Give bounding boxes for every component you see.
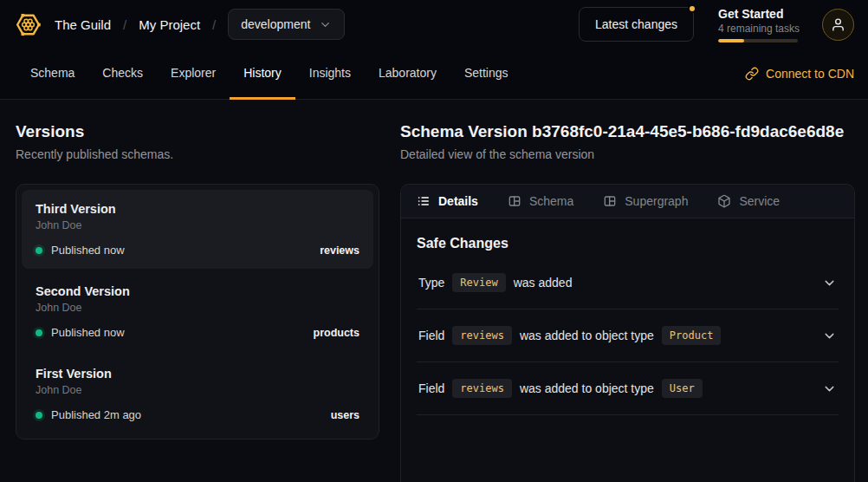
change-prefix: Type	[418, 276, 444, 290]
chevron-down-icon	[822, 276, 837, 290]
detail-tabbar: Details Schema Supergraph	[401, 185, 854, 218]
target-selector-value: development	[241, 17, 310, 31]
columns-icon	[603, 194, 617, 208]
versions-subtitle: Recently published schemas.	[16, 147, 379, 161]
content-area: Versions Recently published schemas. Thi…	[0, 100, 868, 482]
schema-version-detail-panel: Details Schema Supergraph	[400, 184, 855, 482]
change-row[interactable]: Type Review was added	[417, 257, 839, 309]
version-service-name: reviews	[320, 244, 360, 257]
version-status: Published 2m ago	[51, 408, 141, 421]
version-name: Third Version	[36, 202, 360, 216]
change-prefix: Field	[418, 381, 444, 395]
get-started-widget[interactable]: Get Started 4 remaining tasks	[718, 7, 798, 42]
top-header: The Guild / My Project / development Lat…	[0, 0, 868, 49]
published-status-dot	[36, 329, 42, 336]
tab-settings[interactable]: Settings	[450, 49, 522, 100]
tab-schema[interactable]: Schema	[16, 49, 88, 100]
latest-changes-label: Latest changes	[595, 17, 677, 31]
versions-title: Versions	[16, 122, 379, 141]
notification-dot	[688, 4, 696, 13]
latest-changes-button[interactable]: Latest changes	[579, 7, 694, 42]
version-name: First Version	[36, 367, 360, 381]
breadcrumb-separator: /	[212, 17, 216, 32]
change-code-badge: reviews	[452, 326, 512, 345]
hive-logo-icon[interactable]	[14, 10, 42, 39]
version-author: John Doe	[36, 384, 360, 396]
columns-icon	[508, 194, 521, 208]
change-code-badge: User	[662, 379, 703, 398]
version-status: Published now	[51, 326, 125, 339]
version-author: John Doe	[36, 302, 360, 314]
tab-laboratory[interactable]: Laboratory	[365, 49, 450, 100]
tab-schema-view-label: Schema	[529, 194, 573, 208]
version-author: John Doe	[36, 219, 360, 231]
tab-service-label: Service	[739, 194, 780, 208]
target-selector[interactable]: development	[228, 9, 345, 40]
user-icon	[831, 17, 845, 32]
get-started-progressbar	[718, 39, 798, 42]
version-list-item[interactable]: First Version John Doe Published 2m ago …	[22, 355, 373, 433]
schema-version-section: Schema Version b3768fc0-21a4-45e5-b686-f…	[400, 122, 855, 482]
change-prefix: Field	[418, 329, 444, 342]
version-name: Second Version	[36, 284, 360, 298]
versions-list: Third Version John Doe Published now rev…	[16, 184, 379, 440]
change-code-badge: reviews	[452, 379, 512, 398]
change-text: was added to object type	[520, 329, 654, 342]
change-code-badge: Product	[662, 326, 722, 345]
tab-history[interactable]: History	[230, 49, 295, 100]
schema-version-title: Schema Version b3768fc0-21a4-45e5-b686-f…	[400, 122, 855, 141]
breadcrumb-separator: /	[123, 17, 126, 32]
published-status-dot	[36, 247, 42, 254]
tab-schema-view[interactable]: Schema	[508, 194, 573, 208]
user-avatar-button[interactable]	[822, 9, 854, 41]
connect-to-cdn-button[interactable]: Connect to CDN	[745, 49, 854, 99]
change-row[interactable]: Field reviews was added to object type P…	[417, 309, 839, 362]
version-list-item[interactable]: Third Version John Doe Published now rev…	[22, 190, 373, 269]
tab-supergraph[interactable]: Supergraph	[603, 194, 688, 208]
cube-icon	[717, 194, 731, 208]
chevron-down-icon	[822, 381, 837, 396]
version-service-name: products	[314, 327, 360, 339]
tab-explorer[interactable]: Explorer	[157, 49, 230, 100]
tab-details-label: Details	[438, 194, 478, 208]
connect-to-cdn-label: Connect to CDN	[766, 67, 854, 81]
change-code-badge: Review	[452, 273, 505, 292]
get-started-title: Get Started	[718, 7, 798, 21]
tab-insights[interactable]: Insights	[295, 49, 365, 100]
change-text: was added	[514, 276, 573, 290]
get-started-progress-fill	[718, 39, 744, 42]
safe-changes-heading: Safe Changes	[417, 236, 839, 251]
change-text: was added to object type	[520, 381, 654, 395]
version-service-name: users	[331, 409, 360, 421]
chevron-down-icon	[319, 18, 332, 31]
tab-service[interactable]: Service	[717, 194, 780, 208]
chevron-down-icon	[822, 329, 837, 343]
get-started-subtitle: 4 remaining tasks	[718, 23, 798, 35]
changes-list: Safe Changes Type Review was added Field…	[401, 218, 854, 415]
version-list-item[interactable]: Second Version John Doe Published now pr…	[22, 272, 373, 351]
list-icon	[417, 194, 431, 208]
breadcrumb-project[interactable]: My Project	[139, 17, 200, 32]
link-icon	[745, 67, 759, 81]
versions-section: Versions Recently published schemas. Thi…	[16, 122, 379, 482]
change-row[interactable]: Field reviews was added to object type U…	[417, 362, 839, 415]
tab-details[interactable]: Details	[417, 194, 478, 208]
schema-version-subtitle: Detailed view of the schema version	[400, 147, 855, 161]
breadcrumb-org[interactable]: The Guild	[55, 17, 111, 32]
version-status: Published now	[51, 244, 125, 257]
published-status-dot	[36, 412, 42, 419]
tab-supergraph-label: Supergraph	[625, 194, 688, 208]
main-navigation: Schema Checks Explorer History Insights …	[0, 49, 868, 100]
tab-checks[interactable]: Checks	[88, 49, 157, 100]
